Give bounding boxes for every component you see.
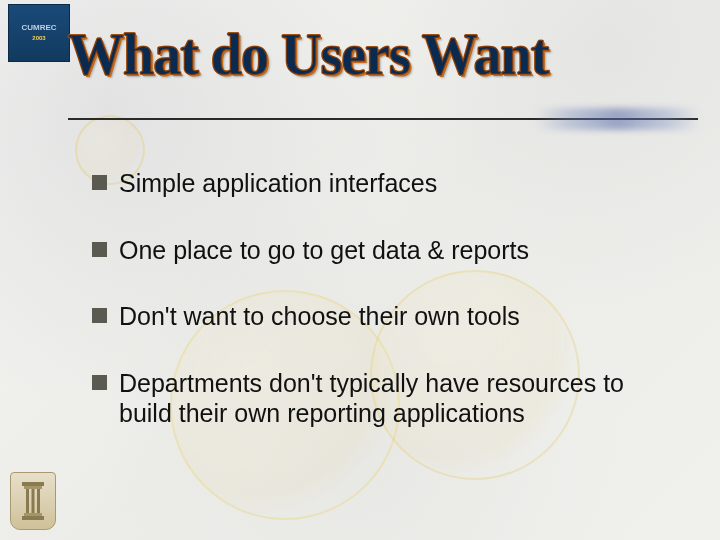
slide-title: What do Users Want (68, 20, 548, 87)
svg-rect-2 (26, 489, 29, 513)
bullet-square-icon (92, 175, 107, 190)
svg-rect-3 (32, 489, 35, 513)
bullet-square-icon (92, 242, 107, 257)
bullet-text: One place to go to get data & reports (119, 235, 680, 266)
list-item: Simple application interfaces (92, 168, 680, 199)
list-item: Don't want to choose their own tools (92, 301, 680, 332)
bullet-text: Don't want to choose their own tools (119, 301, 680, 332)
svg-rect-1 (24, 486, 42, 489)
bullet-text: Departments don't typically have resourc… (119, 368, 680, 429)
svg-rect-4 (37, 489, 40, 513)
bullet-text: Simple application interfaces (119, 168, 680, 199)
svg-rect-6 (22, 516, 44, 520)
svg-rect-5 (24, 513, 42, 516)
svg-rect-0 (22, 482, 44, 486)
bullet-square-icon (92, 308, 107, 323)
title-container: What do Users Want (68, 22, 548, 86)
list-item: One place to go to get data & reports (92, 235, 680, 266)
logo-text-line1: CUMREC (21, 24, 56, 33)
decorative-blur-bar (535, 108, 700, 130)
bullet-list: Simple application interfaces One place … (92, 168, 680, 465)
pillar-icon (18, 480, 48, 522)
list-item: Departments don't typically have resourc… (92, 368, 680, 429)
crest-logo (10, 472, 56, 530)
conference-logo: CUMREC 2003 (8, 4, 70, 62)
logo-text-line2: 2003 (32, 35, 45, 42)
bullet-square-icon (92, 375, 107, 390)
slide: CUMREC 2003 What do Users Want Simple ap… (0, 0, 720, 540)
